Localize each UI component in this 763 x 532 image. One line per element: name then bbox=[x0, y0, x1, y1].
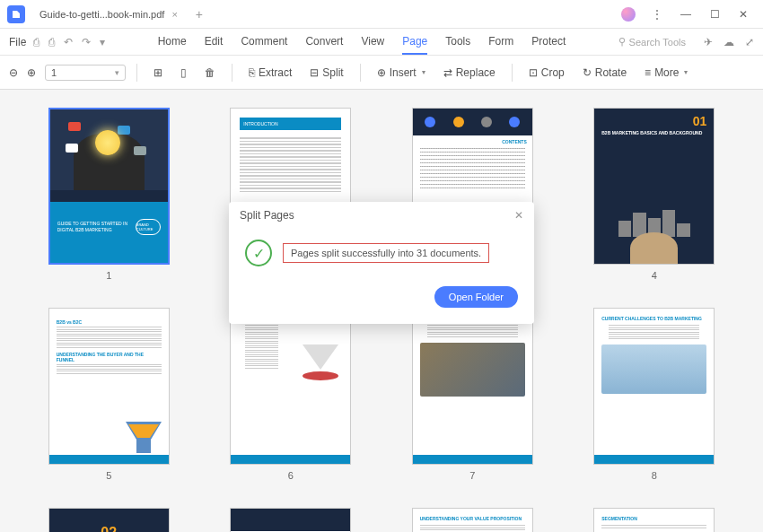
thumb-heading: CONTENTS bbox=[413, 135, 532, 148]
box-select-icon[interactable]: ⊞ bbox=[148, 63, 168, 83]
thumb-title: B2B MARKETING BASICS AND BACKGROUND bbox=[594, 128, 714, 144]
success-check-icon: ✓ bbox=[245, 240, 272, 266]
thumb-title: GUIDE TO GETTING STARTED IN DIGITAL B2B … bbox=[57, 221, 130, 232]
quick-menu-icon[interactable]: ▾ bbox=[100, 36, 105, 48]
maximize-button[interactable]: ☐ bbox=[702, 4, 727, 25]
tab-view[interactable]: View bbox=[361, 30, 384, 55]
crop-button[interactable]: ⊡ Crop bbox=[523, 63, 570, 83]
new-tab-button[interactable]: + bbox=[196, 7, 203, 22]
page-value: 1 bbox=[51, 67, 57, 78]
thumb-label: 4 bbox=[652, 270, 657, 281]
page-thumbnail[interactable]: INTERSECTION OF SALES & MARKETING 7 bbox=[399, 308, 546, 481]
page-number-input[interactable]: 1 ▾ bbox=[45, 65, 126, 81]
thumb-heading: SEGMENTATION bbox=[594, 509, 714, 525]
dialog-title: Split Pages bbox=[240, 209, 294, 222]
dropdown-chevron-icon: ▾ bbox=[115, 68, 119, 77]
dialog-close-icon[interactable]: ✕ bbox=[514, 209, 523, 222]
replace-button[interactable]: ⇄ Replace bbox=[438, 63, 501, 83]
insert-icon: ⊕ bbox=[377, 66, 386, 79]
tab-title: Guide-to-getti...book-min.pdf bbox=[39, 9, 164, 20]
document-tab[interactable]: Guide-to-getti...book-min.pdf × bbox=[32, 5, 185, 23]
page-thumbnail[interactable]: B2B vs B2C UNDERSTANDING THE BUYER AND T… bbox=[36, 308, 182, 481]
chevron-down-icon: ▾ bbox=[684, 68, 688, 76]
assistant-orb-icon[interactable] bbox=[621, 7, 636, 22]
thumb-label: 8 bbox=[652, 470, 657, 481]
send-icon[interactable]: ✈ bbox=[704, 36, 713, 48]
undo-icon[interactable]: ↶ bbox=[64, 36, 73, 48]
expand-icon[interactable]: ⤢ bbox=[745, 36, 754, 48]
insert-button[interactable]: ⊕ Insert ▾ bbox=[372, 63, 431, 83]
thumb-heading: UNDERSTANDING YOUR VALUE PROPOSITION bbox=[413, 509, 532, 525]
tab-convert[interactable]: Convert bbox=[305, 30, 343, 55]
more-icon: ≡ bbox=[645, 66, 651, 79]
zoom-in-icon[interactable]: ⊕ bbox=[27, 66, 36, 79]
menubar: File ⎙ ⎙ ↶ ↷ ▾ Home Edit Comment Convert… bbox=[0, 29, 763, 56]
page-thumbnail[interactable]: SEGMENTATION bbox=[582, 508, 728, 532]
rotate-icon: ↻ bbox=[583, 66, 592, 79]
file-menu[interactable]: File bbox=[9, 36, 26, 48]
search-placeholder: Search Tools bbox=[629, 37, 686, 48]
thumb-heading: UNDERSTANDING THE BUYER AND THE FUNNEL bbox=[57, 352, 162, 362]
app-icon bbox=[7, 5, 25, 23]
minimize-button[interactable]: — bbox=[673, 4, 698, 25]
tab-protect[interactable]: Protect bbox=[531, 30, 566, 55]
print-icon[interactable]: ⎙ bbox=[48, 36, 55, 48]
page-thumbnail[interactable]: 01 B2B MARKETING BASICS AND BACKGROUND 4 bbox=[582, 108, 728, 281]
split-pages-dialog: Split Pages ✕ ✓ Pages split successfully… bbox=[229, 202, 534, 324]
zoom-out-icon[interactable]: ⊖ bbox=[9, 66, 18, 79]
toolbar: ⊖ ⊕ 1 ▾ ⊞ ▯ 🗑 ⎘ Extract ⊟ Split ⊕ Insert… bbox=[0, 56, 763, 90]
tab-home[interactable]: Home bbox=[158, 30, 187, 55]
search-tools[interactable]: ⚲ Search Tools bbox=[618, 36, 686, 48]
thumb-heading: INTRODUCTION bbox=[240, 118, 341, 130]
redo-icon[interactable]: ↷ bbox=[82, 36, 91, 48]
thumb-heading: CURRENT CHALLENGES TO B2B MARKETING bbox=[601, 316, 706, 321]
thumb-label: 7 bbox=[469, 470, 475, 481]
page-layout-icon[interactable]: ▯ bbox=[175, 63, 192, 83]
split-icon: ⊟ bbox=[310, 66, 319, 79]
page-thumbnail[interactable] bbox=[218, 508, 364, 532]
page-thumbnail[interactable]: UNDERSTANDING YOUR VALUE PROPOSITION bbox=[399, 508, 546, 532]
tab-tools[interactable]: Tools bbox=[445, 30, 470, 55]
chevron-down-icon: ▾ bbox=[422, 68, 425, 76]
page-thumbnail[interactable]: 02 PLANNING bbox=[36, 508, 182, 532]
thumb-label: 1 bbox=[106, 270, 111, 281]
page-thumbnail[interactable]: 6 bbox=[218, 308, 364, 481]
thumb-label: 5 bbox=[106, 470, 111, 481]
tab-form[interactable]: Form bbox=[488, 30, 513, 55]
dialog-message: Pages split successfully into 31 documen… bbox=[283, 243, 489, 263]
page-thumbnail[interactable]: CURRENT CHALLENGES TO B2B MARKETING 8 bbox=[582, 308, 728, 481]
thumb-number: 02 bbox=[57, 525, 162, 532]
extract-icon: ⎘ bbox=[249, 66, 255, 79]
close-window-button[interactable]: ✕ bbox=[731, 4, 756, 25]
thumb-heading: B2B vs B2C bbox=[57, 319, 162, 325]
rotate-button[interactable]: ↻ Rotate bbox=[577, 63, 632, 83]
extract-button[interactable]: ⎘ Extract bbox=[243, 63, 297, 83]
page-thumbnail[interactable]: GUIDE TO GETTING STARTED IN DIGITAL B2B … bbox=[36, 108, 182, 281]
replace-icon: ⇄ bbox=[443, 66, 452, 79]
thumb-number: 01 bbox=[594, 109, 714, 128]
tab-comment[interactable]: Comment bbox=[241, 30, 287, 55]
search-icon: ⚲ bbox=[618, 36, 626, 48]
delete-page-icon[interactable]: 🗑 bbox=[199, 63, 221, 83]
tab-edit[interactable]: Edit bbox=[205, 30, 224, 55]
kebab-menu-icon[interactable]: ⋮ bbox=[645, 4, 670, 25]
more-button[interactable]: ≡ More ▾ bbox=[639, 63, 693, 83]
titlebar: Guide-to-getti...book-min.pdf × + ⋮ — ☐ … bbox=[0, 0, 763, 29]
tab-page[interactable]: Page bbox=[402, 30, 427, 55]
thumb-logo: BRAND CULTURE bbox=[136, 219, 161, 235]
svg-marker-1 bbox=[128, 424, 159, 438]
save-icon[interactable]: ⎙ bbox=[33, 36, 39, 48]
tab-close-icon[interactable]: × bbox=[171, 9, 177, 20]
split-button[interactable]: ⊟ Split bbox=[304, 63, 348, 83]
open-folder-button[interactable]: Open Folder bbox=[434, 286, 518, 308]
crop-icon: ⊡ bbox=[529, 66, 538, 79]
thumb-label: 6 bbox=[288, 470, 294, 481]
menu-tabs: Home Edit Comment Convert View Page Tool… bbox=[158, 30, 566, 55]
cloud-icon[interactable]: ☁ bbox=[724, 36, 734, 48]
